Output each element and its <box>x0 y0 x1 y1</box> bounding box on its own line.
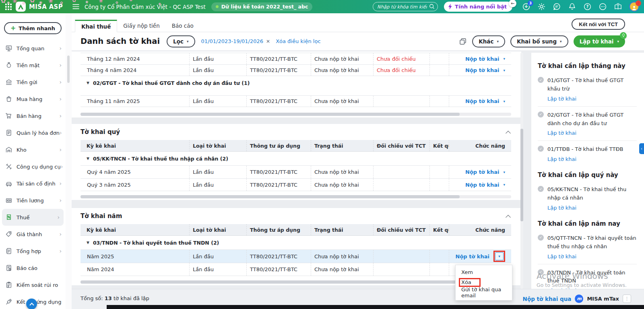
submit-via-mtax-button[interactable]: Nộp tờ khai qua m MISA mTax ⋮ <box>523 295 631 303</box>
panel-collapse-button[interactable]: ‹ <box>639 143 644 154</box>
clear-filter-link[interactable]: Xóa điều kiện lọc <box>276 38 320 44</box>
create-declaration-link[interactable]: Lập tờ khai <box>547 96 576 102</box>
cell-circular: TT80/2021/TT-BTC <box>246 53 311 64</box>
create-declaration-link[interactable]: Lập tờ khai <box>547 130 576 136</box>
table-row[interactable]: Tháng 4 năm 2024 Lần đầu TT80/2021/TT-BT… <box>80 64 511 76</box>
search-input[interactable] <box>373 2 438 11</box>
submit-dropdown-toggle[interactable]: ▾ <box>495 252 504 260</box>
collapse-section-icon[interactable] <box>506 214 511 220</box>
mtax-menu-icon[interactable]: ⋮ <box>623 295 631 303</box>
submit-declaration-link[interactable]: Nộp tờ khai <box>465 67 499 73</box>
chevron-down-icon[interactable]: ▾ <box>503 57 505 61</box>
menu-item-xem[interactable]: Xem <box>456 267 512 277</box>
cell-status: Chưa nộp tờ khai <box>311 250 373 263</box>
create-declaration-link[interactable]: Lập tờ khai <box>547 205 576 211</box>
more-icon[interactable] <box>599 2 607 11</box>
bell-icon[interactable] <box>568 2 576 11</box>
featured-button[interactable]: Tính năng nổi bật ← <box>444 2 512 12</box>
declaration-group-header[interactable]: ▼ 05/KK-TNCN - Tờ khai thuế thu nhập cá … <box>80 152 511 165</box>
sidebar-item-reports[interactable]: Báo cáo <box>0 260 66 276</box>
sidebar-scroll-up-button[interactable] <box>26 299 37 309</box>
filter-date-chip[interactable]: 01/01/2023-19/01/2026 ✕ <box>201 38 270 44</box>
sidebar-item-payroll[interactable]: Tiền lương › <box>0 192 66 209</box>
connect-tct-button[interactable]: Kết nối với TCT <box>572 19 625 30</box>
submit-declaration-link[interactable]: Nộp tờ khai <box>465 56 499 62</box>
sidebar-item-risk-control[interactable]: Kiểm soát rủi ro <box>0 276 66 293</box>
download-icon[interactable]: 3 <box>522 2 530 11</box>
chevron-down-icon[interactable]: ▾ <box>503 99 505 103</box>
hamburger-icon[interactable] <box>72 4 79 9</box>
remove-filter-icon[interactable]: ✕ <box>266 39 270 44</box>
chevron-down-icon[interactable]: ▾ <box>503 183 505 187</box>
create-declaration-link[interactable]: Lập tờ khai <box>547 253 576 260</box>
filter-date-value: 01/01/2023-19/01/2026 <box>201 38 264 44</box>
tab-bao-cao[interactable]: Báo cáo <box>166 19 200 32</box>
sidebar-item-tax[interactable]: Thuế › <box>2 209 64 226</box>
chat-icon[interactable] <box>553 2 561 11</box>
collapse-section-icon[interactable] <box>506 130 511 136</box>
sidebar-item-fixed-assets[interactable]: Tài sản cố định › <box>0 175 66 192</box>
chevron-down-icon[interactable]: ▾ <box>503 68 505 72</box>
general-ledger-icon <box>5 247 12 255</box>
sidebar-item-costing[interactable]: Giá thành › <box>0 226 66 243</box>
avatar[interactable]: 2 <box>629 2 639 12</box>
chevron-down-icon[interactable]: ▾ <box>503 170 505 174</box>
taskbar-strip <box>107 305 644 309</box>
cell-type: Lần đầu <box>189 179 246 191</box>
declaration-group-header[interactable]: ▼ 03/TNDN - Tờ khai quyết toán thuế TNDN… <box>80 236 511 249</box>
sidebar-item-purchasing[interactable]: Mua hàng › <box>0 91 66 107</box>
quick-add-button[interactable]: + Thêm nhanh <box>4 22 62 34</box>
sidebar-item-overview[interactable]: Tổng quan › <box>0 40 66 57</box>
sidebar-scrollbar-thumb[interactable] <box>67 56 70 83</box>
search-icon[interactable] <box>429 4 435 9</box>
sidebar-item-invoice-management[interactable]: Quản lý hóa đơn › <box>0 124 66 141</box>
data-file-badge[interactable]: Dữ liệu kế toán 2022_test_ abc <box>211 2 313 11</box>
duplicate-window-icon[interactable] <box>459 37 467 45</box>
submit-declaration-link[interactable]: Nộp tờ khai <box>465 182 499 188</box>
sidebar-item-tools-equipment[interactable]: Công cụ dụng cụ › <box>0 158 66 175</box>
check-circle-icon: ✓ <box>538 235 544 241</box>
table-row[interactable]: Quý 3 năm 2025 Lần đầu TT80/2021/TT-BTC … <box>80 178 511 191</box>
tab-giay-nop-tien[interactable]: Giấy nộp tiền <box>117 19 165 32</box>
table-row[interactable]: Tháng 12 năm 2024 Lần đầu TT80/2021/TT-B… <box>80 53 511 64</box>
scrollbar-thumb[interactable] <box>80 195 460 198</box>
back-arrow-icon[interactable]: ← <box>509 0 516 7</box>
table-row[interactable]: Quý 4 năm 2025 Lần đầu TT80/2021/TT-BTC … <box>80 165 511 178</box>
panel-item: ✓ 01/GTGT - Tờ khai thuế GTGT khấu trừ L… <box>538 72 637 106</box>
table-row[interactable]: Năm 2024 Lần đầu TT80/2021/TT-BTC Chưa n… <box>80 263 511 276</box>
scrollbar-thumb[interactable] <box>80 280 460 284</box>
sidebar-item-general-ledger[interactable]: Tổng hợp › <box>0 243 66 260</box>
sidebar-item-inventory[interactable]: Kho › <box>0 141 66 158</box>
submit-declaration-link[interactable]: Nộp tờ khai <box>465 169 499 175</box>
tab-khai-thue[interactable]: Khai thuế <box>75 20 117 32</box>
scrollbar-thumb[interactable] <box>520 129 523 221</box>
whats-new-icon[interactable] <box>614 2 622 11</box>
sidebar-item-sales[interactable]: Bán hàng › <box>0 107 66 124</box>
create-declaration-link[interactable]: Lập tờ khai <box>547 156 576 162</box>
menu-item-xoa[interactable]: Xóa <box>456 277 512 287</box>
submit-declaration-link[interactable]: Nộp tờ khai <box>456 253 489 260</box>
cell-result <box>429 263 449 276</box>
month-declarations-section: Tháng 12 năm 2024 Lần đầu TT80/2021/TT-B… <box>72 52 521 117</box>
table-row-selected[interactable]: Năm 2025 Lần đầu TT80/2021/TT-BTC Chưa n… <box>80 249 511 263</box>
cell-period: Năm 2024 <box>80 263 189 276</box>
submit-via-label: Nộp tờ khai qua <box>523 296 572 302</box>
column-header: Chức năng <box>449 140 511 151</box>
help-icon[interactable]: ? <box>583 2 592 11</box>
sidebar-item-bank-deposit[interactable]: Tiền gửi › <box>0 74 66 91</box>
other-actions-button[interactable]: Khác ▾ <box>472 35 505 47</box>
menu-item-gui-email[interactable]: Gửi tờ khai qua email <box>456 287 512 297</box>
declaration-name: 02/GTGT - Tờ khai thuế GTGT dành cho dự … <box>547 112 623 126</box>
declaration-group-header[interactable]: ▼ 02/GTGT - Tờ khai thuế GTGT dành cho d… <box>80 76 511 90</box>
scrollbar-thumb[interactable] <box>80 113 460 116</box>
table-row[interactable]: Tháng 11 năm 2025 Lần đầu TT80/2021/TT-B… <box>80 95 511 107</box>
gear-icon[interactable] <box>537 2 546 11</box>
apps-grid-icon[interactable] <box>5 3 12 10</box>
sidebar-item-cash[interactable]: Tiền mặt › <box>0 57 66 74</box>
create-declaration-button[interactable]: Lập tờ khai ▾ <box>574 35 625 47</box>
supplement-declaration-button[interactable]: Khai bổ sung ▾ <box>510 35 568 47</box>
toolbar-actions: Khác ▾ Khai bổ sung ▾ Lập tờ khai ▾ <box>459 35 625 47</box>
misa-logo[interactable] <box>16 2 26 12</box>
filter-button[interactable]: Lọc ▾ <box>167 35 195 47</box>
submit-declaration-link[interactable]: Nộp tờ khai <box>465 98 499 104</box>
